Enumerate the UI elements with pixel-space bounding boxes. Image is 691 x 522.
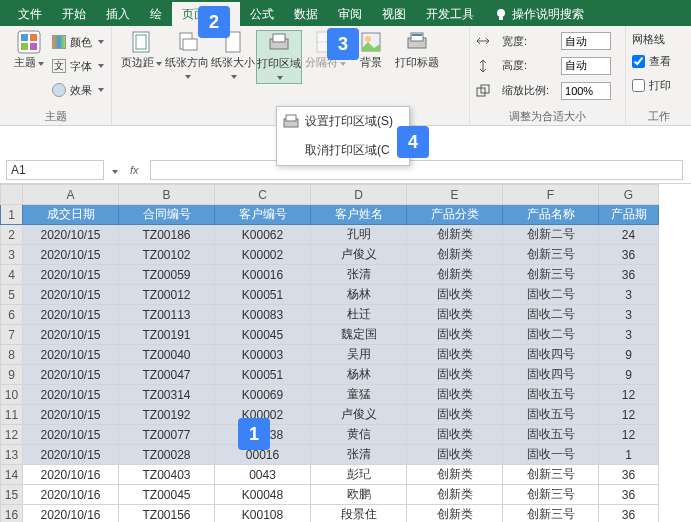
cell[interactable]: TZ00059: [119, 265, 215, 285]
cell[interactable]: 固收一号: [503, 445, 599, 465]
col-header-E[interactable]: E: [407, 185, 503, 205]
orientation-button[interactable]: 纸张方向: [164, 30, 210, 84]
cell[interactable]: 2020/10/15: [23, 325, 119, 345]
view-gridlines-checkbox[interactable]: 查看: [632, 51, 685, 71]
cell[interactable]: 36: [599, 465, 659, 485]
cell[interactable]: 童猛: [311, 385, 407, 405]
row-header[interactable]: 2: [1, 225, 23, 245]
cell[interactable]: 2020/10/15: [23, 385, 119, 405]
cell[interactable]: 张清: [311, 445, 407, 465]
cell[interactable]: TZ00192: [119, 405, 215, 425]
cell[interactable]: 36: [599, 265, 659, 285]
cell[interactable]: 杜迁: [311, 305, 407, 325]
cell[interactable]: TZ00113: [119, 305, 215, 325]
cell[interactable]: TZ00045: [119, 485, 215, 505]
cell[interactable]: 24: [599, 225, 659, 245]
table-header-cell[interactable]: 产品分类: [407, 205, 503, 225]
name-box[interactable]: A1: [6, 160, 104, 180]
table-header-cell[interactable]: 合同编号: [119, 205, 215, 225]
cell[interactable]: 彭玘: [311, 465, 407, 485]
cell[interactable]: 卢俊义: [311, 245, 407, 265]
cell[interactable]: TZ00077: [119, 425, 215, 445]
cell[interactable]: 魏定国: [311, 325, 407, 345]
tab-data[interactable]: 数据: [284, 2, 328, 26]
cell[interactable]: 固收二号: [503, 285, 599, 305]
margins-button[interactable]: 页边距: [118, 30, 164, 84]
col-header-B[interactable]: B: [119, 185, 215, 205]
size-button[interactable]: 纸张大小: [210, 30, 256, 84]
col-header-C[interactable]: C: [215, 185, 311, 205]
cell[interactable]: 创新二号: [503, 225, 599, 245]
cell[interactable]: 2020/10/16: [23, 465, 119, 485]
row-header[interactable]: 10: [1, 385, 23, 405]
cell[interactable]: 创新三号: [503, 465, 599, 485]
row-header[interactable]: 12: [1, 425, 23, 445]
cell[interactable]: 创新三号: [503, 265, 599, 285]
cell[interactable]: TZ00186: [119, 225, 215, 245]
cell[interactable]: 创新三号: [503, 505, 599, 523]
cell[interactable]: 创新三号: [503, 245, 599, 265]
cell[interactable]: 2020/10/15: [23, 305, 119, 325]
cell[interactable]: K00048: [215, 485, 311, 505]
scale-input[interactable]: [561, 82, 611, 100]
cell[interactable]: 欧鹏: [311, 485, 407, 505]
cell[interactable]: 3: [599, 285, 659, 305]
theme-effects-button[interactable]: 效果: [52, 80, 104, 100]
tell-me[interactable]: 操作说明搜索: [484, 2, 594, 26]
set-print-area-item[interactable]: 设置打印区域(S): [277, 107, 409, 136]
col-header-G[interactable]: G: [599, 185, 659, 205]
worksheet[interactable]: ABCDEFG1成交日期合同编号客户编号客户姓名产品分类产品名称产品期22020…: [0, 184, 691, 522]
print-titles-button[interactable]: 打印标题: [394, 30, 440, 84]
col-header-A[interactable]: A: [23, 185, 119, 205]
cell[interactable]: 杨林: [311, 365, 407, 385]
cell[interactable]: 固收四号: [503, 365, 599, 385]
cell[interactable]: 创新类: [407, 225, 503, 245]
theme-colors-button[interactable]: 颜色: [52, 32, 104, 52]
cell[interactable]: 1: [599, 445, 659, 465]
cell[interactable]: 固收类: [407, 365, 503, 385]
tab-developer[interactable]: 开发工具: [416, 2, 484, 26]
cell[interactable]: K00016: [215, 265, 311, 285]
cell[interactable]: K00003: [215, 345, 311, 365]
cell[interactable]: 创新类: [407, 245, 503, 265]
cell[interactable]: 创新类: [407, 265, 503, 285]
cell[interactable]: 12: [599, 425, 659, 445]
cell[interactable]: 2020/10/15: [23, 245, 119, 265]
cell[interactable]: K00069: [215, 385, 311, 405]
cell[interactable]: K00083: [215, 305, 311, 325]
cell[interactable]: 固收四号: [503, 345, 599, 365]
select-all-cell[interactable]: [1, 185, 23, 205]
cell[interactable]: 固收类: [407, 425, 503, 445]
cell[interactable]: TZ00156: [119, 505, 215, 523]
cell[interactable]: 固收类: [407, 285, 503, 305]
width-select[interactable]: [561, 32, 611, 50]
row-header[interactable]: 1: [1, 205, 23, 225]
row-header[interactable]: 5: [1, 285, 23, 305]
cell[interactable]: 9: [599, 365, 659, 385]
cell[interactable]: 段景住: [311, 505, 407, 523]
cell[interactable]: 固收类: [407, 325, 503, 345]
cell[interactable]: 创新三号: [503, 485, 599, 505]
cell[interactable]: TZ00191: [119, 325, 215, 345]
cell[interactable]: 2020/10/15: [23, 445, 119, 465]
cell[interactable]: 孔明: [311, 225, 407, 245]
print-gridlines-checkbox[interactable]: 打印: [632, 75, 685, 95]
cell[interactable]: 3: [599, 305, 659, 325]
row-header[interactable]: 14: [1, 465, 23, 485]
cell[interactable]: 固收二号: [503, 305, 599, 325]
cell[interactable]: 固收五号: [503, 425, 599, 445]
row-header[interactable]: 11: [1, 405, 23, 425]
cell[interactable]: 12: [599, 385, 659, 405]
row-header[interactable]: 15: [1, 485, 23, 505]
themes-button[interactable]: 主题: [6, 30, 52, 102]
cell[interactable]: 固收类: [407, 385, 503, 405]
tab-formulas[interactable]: 公式: [240, 2, 284, 26]
cell[interactable]: 固收类: [407, 305, 503, 325]
cell[interactable]: K00051: [215, 285, 311, 305]
cell[interactable]: 9: [599, 345, 659, 365]
cell[interactable]: 36: [599, 505, 659, 523]
cell[interactable]: 2020/10/15: [23, 365, 119, 385]
cell[interactable]: 0043: [215, 465, 311, 485]
cell[interactable]: TZ00040: [119, 345, 215, 365]
cell[interactable]: 固收类: [407, 445, 503, 465]
